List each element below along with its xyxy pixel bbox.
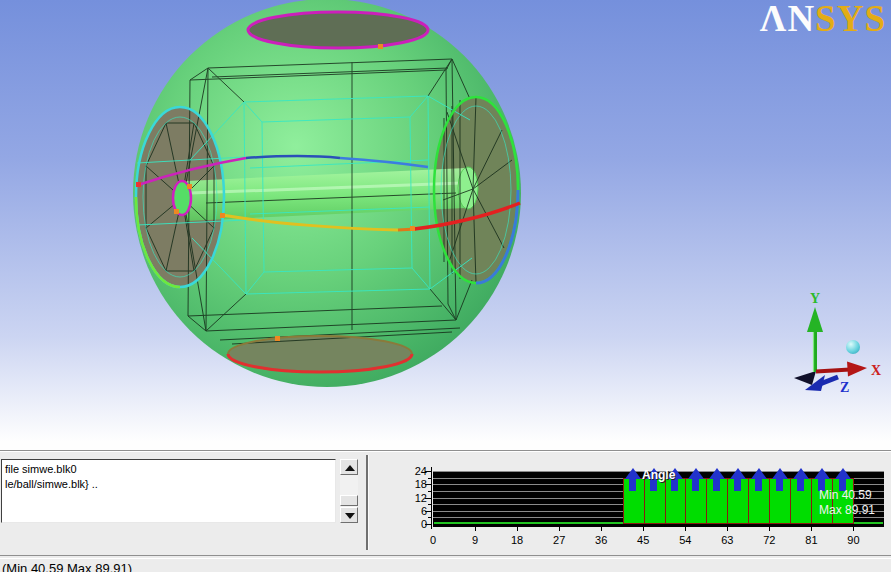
x-tick xyxy=(685,527,686,531)
y-axis-line xyxy=(431,467,432,529)
y-tick-label: 24 xyxy=(403,465,427,477)
console-scrollbar[interactable] xyxy=(340,459,358,523)
y-minor-tick xyxy=(428,517,432,518)
histogram-arrow-icon xyxy=(772,468,788,492)
x-tick-label: 9 xyxy=(463,534,487,546)
histogram-bar xyxy=(623,478,645,524)
ansys-logo: ΛNSYS xyxy=(760,0,886,39)
message-console[interactable]: file simwe.blk0 le/ball/simwe.blk} .. xyxy=(1,459,336,523)
x-tick-label: 63 xyxy=(715,534,739,546)
y-tick-label: 12 xyxy=(403,492,427,504)
y-axis-label: Y xyxy=(810,291,820,306)
gridline xyxy=(433,478,884,479)
x-tick-label: 72 xyxy=(757,534,781,546)
histogram-arrow-icon xyxy=(751,468,767,492)
x-tick-label: 54 xyxy=(673,534,697,546)
histogram-arrow-icon xyxy=(625,468,641,492)
histogram-title: Angle xyxy=(642,468,675,482)
histogram-bar xyxy=(685,478,707,524)
x-tick xyxy=(769,527,770,531)
y-major-tick xyxy=(425,511,432,512)
arrow-shaft xyxy=(818,478,825,491)
status-divider xyxy=(0,555,891,559)
histogram-bar xyxy=(665,478,687,524)
arrow-shaft xyxy=(713,478,720,491)
histogram-bar xyxy=(769,478,791,524)
gridline xyxy=(433,484,884,485)
histogram-arrow-icon xyxy=(646,468,662,492)
histogram-bar xyxy=(790,478,812,524)
histogram-bar xyxy=(727,478,749,524)
y-tick-label: 0 xyxy=(403,518,427,530)
x-tick xyxy=(517,527,518,531)
y-major-tick xyxy=(425,498,432,499)
scrollbar-thumb[interactable] xyxy=(340,495,358,506)
arrow-shaft xyxy=(776,478,783,491)
arrow-head xyxy=(646,468,662,479)
histogram-arrow-icon xyxy=(730,468,746,492)
arrow-head xyxy=(709,468,725,479)
y-tick-label: 18 xyxy=(403,478,427,490)
panel-splitter[interactable] xyxy=(366,455,368,550)
x-tick-label: 36 xyxy=(589,534,613,546)
gridline xyxy=(433,504,884,505)
status-bar-text: (Min 40.59 Max 89.91) xyxy=(2,561,132,572)
arrow-shaft xyxy=(650,478,657,491)
histogram-min-label: Min 40.59 xyxy=(819,488,872,502)
gridline xyxy=(433,498,884,499)
x-tick-label: 0 xyxy=(421,534,445,546)
arrow-head xyxy=(625,468,641,479)
arrow-head xyxy=(814,468,830,479)
arrow-head xyxy=(688,468,704,479)
histogram-bar xyxy=(706,478,728,524)
console-line: le/ball/simwe.blk} .. xyxy=(5,477,335,492)
histogram-bar xyxy=(811,478,833,524)
z-axis-label: Z xyxy=(840,380,849,395)
x-tick xyxy=(643,527,644,531)
scroll-down-button[interactable] xyxy=(340,507,358,523)
arrow-head xyxy=(730,468,746,479)
arrow-shaft xyxy=(629,478,636,491)
ansys-logo-an: ΛN xyxy=(760,0,815,39)
histogram-arrow-icon xyxy=(688,468,704,492)
x-tick-label: 27 xyxy=(547,534,571,546)
histogram-bar xyxy=(748,478,770,524)
histogram-arrow-icon xyxy=(667,468,683,492)
y-minor-tick xyxy=(428,478,432,479)
x-tick xyxy=(475,527,476,531)
histogram-bar xyxy=(832,478,854,524)
x-tick-label: 18 xyxy=(505,534,529,546)
arrow-head xyxy=(772,468,788,479)
scroll-up-button[interactable] xyxy=(340,459,358,475)
histogram-plot-area xyxy=(433,471,884,527)
x-tick xyxy=(853,527,854,531)
ansys-logo-sys: SYS xyxy=(815,0,886,39)
gridline xyxy=(433,491,884,492)
y-tick-label: 6 xyxy=(403,505,427,517)
x-axis-label: X xyxy=(871,363,881,378)
x-tick xyxy=(727,527,728,531)
histogram-max-label: Max 89.91 xyxy=(819,503,875,517)
triad-origin-ball xyxy=(846,340,860,354)
x-tick-label: 45 xyxy=(631,534,655,546)
3d-viewport[interactable]: Y X Z ΛNSYS xyxy=(0,0,891,450)
histogram-arrow-icon xyxy=(835,468,851,492)
triangle-up-icon xyxy=(345,465,355,471)
histogram-arrow-icon xyxy=(814,468,830,492)
arrow-shaft xyxy=(671,478,678,491)
gridline xyxy=(433,517,884,518)
y-major-tick xyxy=(425,484,432,485)
arrow-head xyxy=(793,468,809,479)
triangle-down-icon xyxy=(345,513,355,519)
histogram-baseline xyxy=(434,522,883,524)
x-tick-label: 81 xyxy=(799,534,823,546)
console-line: file simwe.blk0 xyxy=(5,462,335,477)
y-minor-tick xyxy=(428,491,432,492)
x-tick xyxy=(601,527,602,531)
arrow-head xyxy=(667,468,683,479)
y-major-tick xyxy=(425,471,432,472)
application-window: Y X Z ΛNSYS file simwe.blk0 le/ball/simw… xyxy=(0,0,891,572)
y-minor-tick xyxy=(428,504,432,505)
arrow-shaft xyxy=(734,478,741,491)
arrow-shaft xyxy=(755,478,762,491)
